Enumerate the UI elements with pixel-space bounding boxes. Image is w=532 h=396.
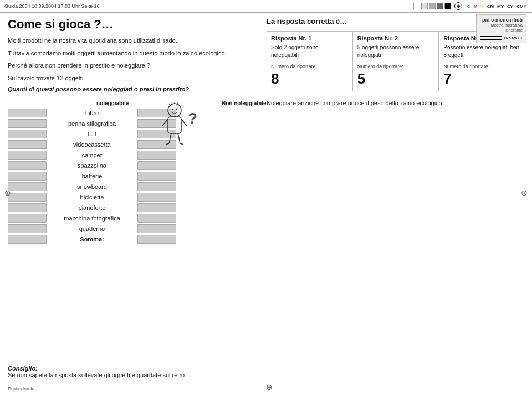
table-row: macchina fotografica: [8, 214, 252, 223]
cmyk-cm: CM: [486, 3, 495, 9]
consiglio-section: Consiglio: Se non sapete la risposta sol…: [8, 365, 185, 378]
table-row: Libro: [8, 109, 252, 117]
top-bar: Guida 2004 10.09.2004 17:03 Uhr Seite 16…: [0, 0, 532, 13]
cmyk-y: Y: [479, 3, 484, 9]
meta-info: Guida 2004 10.09.2004 17:03 Uhr Seite 16: [4, 3, 100, 9]
item-batterie: batterie: [49, 173, 135, 179]
checkbox-left-quaderno[interactable]: [8, 224, 47, 233]
infobox-sub2: itinerante: [480, 28, 523, 33]
intro-text-1: Molti prodotti nella nostra vita quotidi…: [8, 36, 252, 45]
item-libro: Libro: [49, 110, 135, 116]
item-penna: penna stilografica: [49, 120, 135, 127]
table-row: pianoforte: [8, 203, 252, 212]
main-content: Come si gioca ?… Molti prodotti nella no…: [0, 13, 532, 370]
item-quaderno: quaderno: [49, 225, 135, 232]
checkbox-right-batterie[interactable]: [137, 172, 176, 181]
checkbox-left-cd[interactable]: [8, 130, 47, 138]
infobox-code: 876326 01: [504, 36, 523, 40]
checkbox-left-penna[interactable]: [8, 119, 47, 128]
answer-label-2: Numero da riportare:: [357, 64, 434, 69]
swatch-black: [444, 3, 451, 9]
checkbox-right-spazzolino[interactable]: [137, 161, 176, 170]
registration-mark: ⊕: [454, 2, 462, 10]
table-row: videocassetta: [8, 140, 252, 149]
question-1: Perché allora non prendere in prestito e…: [8, 61, 252, 70]
reg-mark-right: ⊕: [521, 188, 528, 197]
svg-line-13: [180, 143, 183, 145]
swatch-gray: [429, 3, 436, 9]
table-row: bicicletta: [8, 193, 252, 202]
answer-value-3: 7: [443, 70, 520, 88]
swatch-lightgray: [421, 3, 428, 9]
answer-label-3: Numero da riportare:: [443, 64, 520, 69]
checkbox-left-pianoforte[interactable]: [8, 203, 47, 212]
answer-col-2: Risposta Nr. 2 5 oggetti possono essere …: [352, 32, 439, 91]
item-somma: Somma:: [49, 236, 135, 243]
checkbox-left-libro[interactable]: [8, 109, 47, 117]
table-row: CD: [8, 130, 252, 138]
checkbox-left-spazzolino[interactable]: [8, 161, 47, 170]
info-box: più o meno rifiuti Mostra interattiva it…: [476, 14, 526, 43]
table-row: spazzolino: [8, 161, 252, 170]
table-row-somma: Somma:: [8, 235, 252, 244]
checkbox-right-pianoforte[interactable]: [137, 203, 176, 212]
right-column: La risposta corretta è… Risposta Nr. 1 S…: [263, 17, 524, 366]
conclusion-text: Noleggiare anziché comprare riduce il pe…: [267, 99, 524, 108]
svg-rect-7: [168, 117, 181, 133]
intro-text-2: Tuttavia compriamo molti oggetti aumenta…: [8, 49, 252, 58]
checkbox-left-video[interactable]: [8, 140, 47, 149]
answer-value-1: 8: [271, 70, 347, 88]
item-snowboard: snowboard: [49, 183, 135, 190]
checkbox-right-snowboard[interactable]: [137, 182, 176, 191]
checkbox-right-somma[interactable]: [137, 235, 176, 244]
checkbox-left-camper[interactable]: [8, 151, 47, 160]
color-swatches: ⊕ C M Y CM MY CY CMY: [413, 2, 528, 10]
probedruck-label: Probedruck: [8, 386, 33, 392]
cmyk-all: CMY: [515, 3, 528, 9]
question-2: Sul tavolo trovate 12 oggetti.: [8, 74, 252, 83]
answer-value-2: 5: [357, 70, 434, 88]
cmyk-labels: C M Y CM MY CY CMY: [466, 3, 528, 9]
checkbox-left-snowboard[interactable]: [8, 182, 47, 191]
infobox-sub1: Mostra interattiva: [480, 23, 523, 28]
swatch-white: [413, 3, 420, 9]
item-videocassetta: videocassetta: [49, 141, 135, 148]
svg-line-10: [169, 133, 171, 143]
table-row: snowboard: [8, 182, 252, 191]
table-row: batterie: [8, 172, 252, 181]
checkbox-right-quaderno[interactable]: [137, 224, 176, 233]
consiglio-text: Se non sapete la risposta sollevate gli …: [8, 372, 185, 378]
item-macchina: macchina fotografica: [49, 215, 135, 222]
checkbox-left-somma[interactable]: [8, 235, 47, 244]
consiglio-label: Consiglio:: [8, 365, 38, 372]
question-bold: Quanti di questi possono essere noleggia…: [8, 86, 252, 92]
reg-mark-left: ⊕: [4, 188, 11, 197]
answer-text-1: Solo 2 oggetti sono noleggiabili: [271, 44, 347, 59]
table-row: camper: [8, 151, 252, 160]
checkbox-left-bicicletta[interactable]: [8, 193, 47, 202]
reg-mark-bottom: ⊕: [266, 383, 273, 392]
checkbox-right-bicicletta[interactable]: [137, 193, 176, 202]
answer-nr-1: Risposta Nr. 1: [271, 35, 347, 42]
svg-line-11: [178, 133, 180, 143]
svg-point-6: [176, 109, 178, 110]
items-table: Libro penna stilografica CD videocassett…: [8, 109, 252, 244]
table-header: noleggiabile Non noleggiabile: [8, 100, 252, 106]
svg-text:?: ?: [188, 110, 197, 127]
checkbox-left-batterie[interactable]: [8, 172, 47, 181]
cmyk-m: M: [473, 3, 479, 9]
item-spazzolino: spazzolino: [49, 162, 135, 169]
item-bicicletta: bicicletta: [49, 194, 135, 200]
svg-line-9: [181, 119, 187, 126]
swatch-darkgray: [437, 3, 443, 9]
answer-col-1: Risposta Nr. 1 Solo 2 oggetti sono noleg…: [267, 32, 352, 91]
table-row: quaderno: [8, 224, 252, 233]
left-column: Come si gioca ?… Molti prodotti nella no…: [8, 17, 257, 366]
answer-label-1: Numero da riportare:: [271, 64, 347, 69]
cmyk-c: C: [466, 3, 472, 9]
checkbox-left-macchina[interactable]: [8, 214, 47, 223]
checkbox-right-macchina[interactable]: [137, 214, 176, 223]
svg-line-8: [162, 119, 168, 126]
item-pianoforte: pianoforte: [49, 204, 135, 211]
answer-nr-2: Risposta Nr. 2: [357, 35, 434, 42]
